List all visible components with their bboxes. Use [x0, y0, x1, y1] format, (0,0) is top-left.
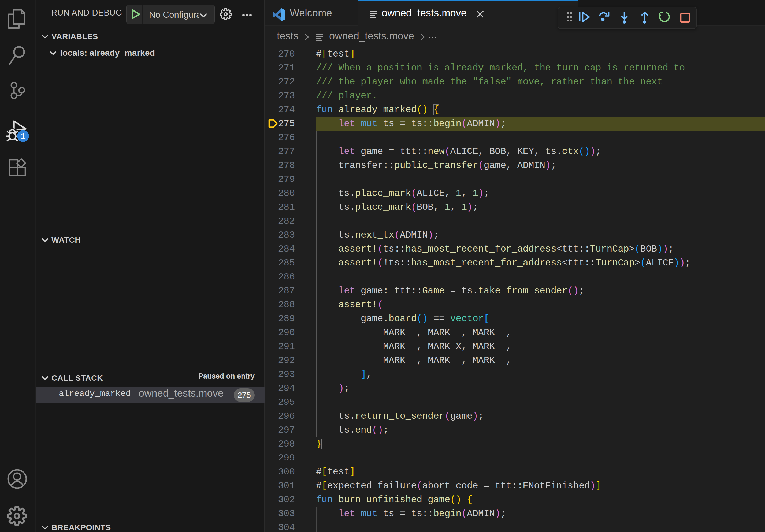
svg-text:1: 1 — [21, 132, 25, 140]
